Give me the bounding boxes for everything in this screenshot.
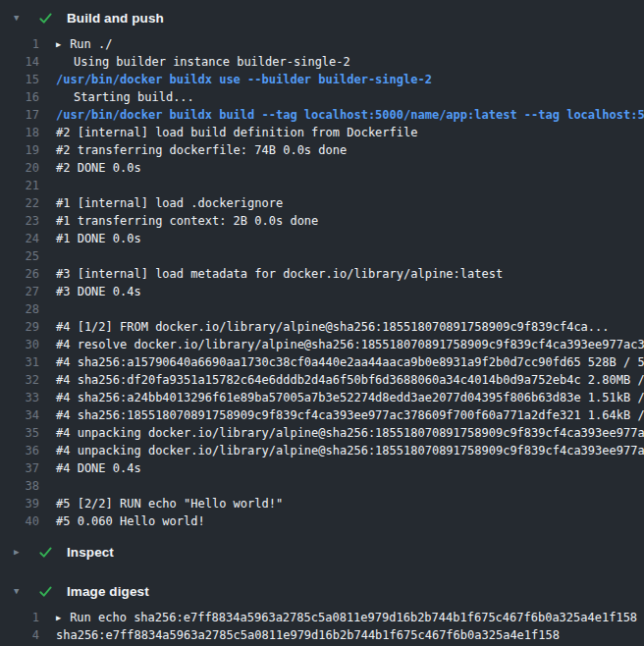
line-number[interactable]: 25 [0,247,39,265]
line-number[interactable]: 17 [0,106,39,124]
line-number[interactable]: 1 [0,35,39,53]
log-line: 20 ▶ #2 DONE 0.0s [0,159,644,177]
section-header[interactable]: ▼ Build and push [0,0,644,35]
section-title: Image digest [67,584,149,599]
pushpin-icon [56,55,70,69]
line-text [39,177,56,194]
line-text: #4 resolve docker.io/library/alpine@sha2… [39,336,644,353]
log-line: 29 ▶ #4 [1/2] FROM docker.io/library/alp… [0,318,644,336]
line-text: #4 unpacking docker.io/library/alpine@sh… [39,424,644,442]
line-number[interactable]: 34 [0,406,39,424]
line-text: #5 [2/2] RUN echo "Hello world!" [39,495,283,512]
line-text: Run ./ [61,35,112,53]
runner-icon [56,90,70,104]
line-number[interactable]: 29 [0,318,39,336]
line-number[interactable]: 21 [0,177,39,194]
actions-log: ▼ Build and push 1 ▶ Run ./ 14 ▶ Using b… [0,0,644,646]
log-line: 33 ▶ #4 sha256:a24bb4013296f61e89ba57005… [0,389,644,406]
log-line: 28 ▶ [0,300,644,318]
check-icon [37,544,53,560]
line-number[interactable]: 36 [0,442,39,459]
log-line: 1 ▶ Run echo sha256:e7ff8834a5963a2785c5… [0,609,644,626]
line-number[interactable]: 14 [0,53,39,71]
line-number[interactable]: 24 [0,230,39,247]
line-number[interactable]: 30 [0,336,39,353]
line-text: #3 [internal] load metadata for docker.i… [39,265,503,283]
line-number[interactable]: 38 [0,477,39,495]
log-line: 19 ▶ #2 transferring dockerfile: 74B 0.0… [0,141,644,159]
section-body: 1 ▶ Run echo sha256:e7ff8834a5963a2785c5… [0,609,644,646]
line-text: #2 [internal] load build definition from… [39,124,417,141]
line-text: #4 sha256:a24bb4013296f61e89ba57005a7b3e… [39,389,644,406]
line-text [39,300,56,318]
line-number[interactable]: 16 [0,88,39,106]
log-line: 30 ▶ #4 resolve docker.io/library/alpine… [0,336,644,353]
log-section: ▶ Inspect [0,534,644,573]
log-line: 32 ▶ #4 sha256:df20fa9351a15782c64e6dddb… [0,371,644,389]
line-text [39,477,56,495]
section-title: Build and push [67,11,164,26]
section-header[interactable]: ▶ Inspect [0,534,644,569]
check-icon [37,583,53,599]
log-section: ▼ Image digest 1 ▶ Run echo sha256:e7ff8… [0,573,644,646]
line-number[interactable]: 18 [0,124,39,141]
line-text: #4 DONE 0.4s [39,459,141,477]
line-number[interactable]: 32 [0,371,39,389]
log-line: 22 ▶ #1 [internal] load .dockerignore [0,194,644,212]
log-line: 1 ▶ Run ./ [0,35,644,53]
line-number[interactable]: 22 [0,194,39,212]
log-line: 37 ▶ #4 DONE 0.4s [0,459,644,477]
log-line: 25 ▶ [0,247,644,265]
line-number[interactable]: 37 [0,459,39,477]
log-line: 36 ▶ #4 unpacking docker.io/library/alpi… [0,442,644,459]
line-number[interactable]: 39 [0,495,39,512]
section-body: 1 ▶ Run ./ 14 ▶ Using builder instance b… [0,35,644,534]
expand-group-icon[interactable]: ▶ [39,35,61,53]
line-number[interactable]: 27 [0,283,39,300]
line-text: #1 transferring context: 2B 0.0s done [39,212,318,230]
chevron-icon[interactable]: ▼ [14,587,27,596]
log-line: 17 ▶ /usr/bin/docker buildx build --tag … [0,106,644,124]
line-number[interactable]: 31 [0,353,39,371]
line-text: #4 sha256:df20fa9351a15782c64e6dddb2d4a6… [39,371,644,389]
line-number[interactable]: 4 [0,626,39,644]
line-number[interactable]: 19 [0,141,39,159]
log-line: 16 ▶ Starting build... [0,88,644,106]
line-text: #4 unpacking docker.io/library/alpine@sh… [39,442,644,459]
line-text: Using builder instance builder-single-2 [74,53,350,71]
line-number[interactable]: 28 [0,300,39,318]
log-line: 27 ▶ #3 DONE 0.4s [0,283,644,300]
log-line: 39 ▶ #5 [2/2] RUN echo "Hello world!" [0,495,644,512]
line-text: #5 0.060 Hello world! [39,512,205,530]
log-line: 18 ▶ #2 [internal] load build definition… [0,124,644,141]
line-number[interactable]: 40 [0,512,39,530]
line-text: #1 [internal] load .dockerignore [39,194,283,212]
log-line: 15 ▶ /usr/bin/docker buildx use --builde… [0,71,644,88]
line-text: #4 sha256:185518070891758909c9f839cf4ca3… [39,406,644,424]
line-text: /usr/bin/docker buildx use --builder bui… [39,71,432,88]
chevron-icon[interactable]: ▶ [14,548,27,557]
log-line: 21 ▶ [0,177,644,194]
line-text: sha256:e7ff8834a5963a2785c5a0811e979d16b… [39,626,560,644]
log-line: 23 ▶ #1 transferring context: 2B 0.0s do… [0,212,644,230]
line-text: #2 DONE 0.0s [39,159,141,177]
line-number[interactable]: 20 [0,159,39,177]
chevron-icon[interactable]: ▼ [14,14,27,23]
log-line: 14 ▶ Using builder instance builder-sing… [0,53,644,71]
log-line: 38 ▶ [0,477,644,495]
log-line: 26 ▶ #3 [internal] load metadata for doc… [0,265,644,283]
section-header[interactable]: ▼ Image digest [0,573,644,609]
line-number[interactable]: 15 [0,71,39,88]
expand-group-icon[interactable]: ▶ [39,609,61,626]
line-text: #4 [1/2] FROM docker.io/library/alpine@s… [39,318,610,336]
log-line: 24 ▶ #1 DONE 0.0s [0,230,644,247]
line-number[interactable]: 26 [0,265,39,283]
log-line: 31 ▶ #4 sha256:a15790640a6690aa1730c38cf… [0,353,644,371]
line-number[interactable]: 33 [0,389,39,406]
line-number[interactable]: 35 [0,424,39,442]
line-text: #4 sha256:a15790640a6690aa1730c38cf0a440… [39,353,644,371]
log-line: 4 ▶ sha256:e7ff8834a5963a2785c5a0811e979… [0,626,644,644]
line-number[interactable]: 23 [0,212,39,230]
line-number[interactable]: 1 [0,609,39,626]
line-text: Run echo sha256:e7ff8834a5963a2785c5a081… [61,609,637,626]
